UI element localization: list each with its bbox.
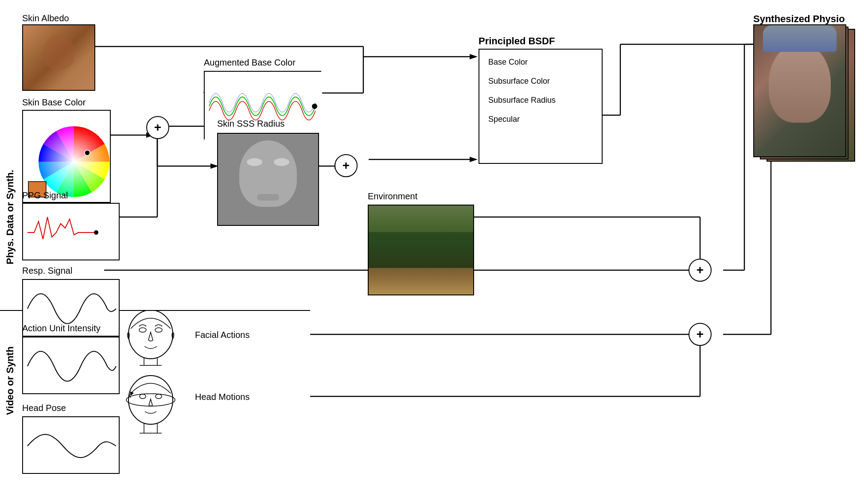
- bsdf-specular: Specular: [488, 115, 593, 124]
- plus-circle-1: +: [146, 116, 169, 139]
- skin-sss-label: Skin SSS Radius: [217, 119, 284, 129]
- skin-sss-box: [217, 133, 319, 226]
- bsdf-content: Base Color Subsurface Color Subsurface R…: [479, 50, 602, 132]
- bsdf-subsurface-radius: Subsurface Radius: [488, 96, 593, 105]
- head-motions-label: Head Motions: [195, 392, 249, 402]
- ppg-signal-label: PPG Signal: [22, 190, 68, 201]
- environment-box: [368, 205, 474, 295]
- synth-video-main: [753, 24, 846, 157]
- bsdf-subsurface-color: Subsurface Color: [488, 77, 593, 86]
- svg-point-43: [312, 104, 317, 109]
- sss-map: [218, 134, 318, 225]
- skin-albedo-label: Skin Albedo: [22, 13, 69, 23]
- plus-circle-facial: +: [689, 323, 712, 346]
- facial-actions-label: Facial Actions: [195, 330, 249, 340]
- face-silhouette: [43, 34, 74, 70]
- bsdf-base-color: Base Color: [488, 58, 593, 67]
- ppg-signal-box: [22, 203, 120, 260]
- head-pose-svg: [23, 417, 121, 475]
- svg-point-45: [139, 328, 146, 332]
- augmented-base-color-svg: [205, 72, 322, 140]
- svg-point-53: [140, 394, 146, 399]
- svg-point-40: [85, 150, 90, 155]
- action-unit-label: Action Unit Intensity: [22, 323, 101, 333]
- svg-marker-3: [470, 54, 478, 59]
- bsdf-box: Base Color Subsurface Color Subsurface R…: [479, 49, 603, 164]
- bsdf-title-label: Principled BSDF: [479, 35, 555, 47]
- head-pose-label: Head Pose: [22, 403, 66, 413]
- svg-point-54: [156, 394, 162, 399]
- video-synth-label: Video or Synth: [4, 319, 16, 443]
- video-face: [769, 43, 831, 123]
- svg-point-41: [94, 230, 98, 235]
- action-unit-svg: [23, 337, 121, 395]
- skin-albedo-image: [23, 25, 94, 90]
- head-pose-box: [22, 416, 120, 474]
- environment-label: Environment: [368, 191, 417, 202]
- sss-mouth: [257, 194, 279, 201]
- svg-point-38: [39, 126, 109, 197]
- svg-point-46: [155, 328, 162, 332]
- plus-circle-2: +: [335, 154, 358, 177]
- svg-point-44: [128, 310, 173, 359]
- plus-circle-resp: +: [689, 259, 712, 282]
- skin-base-color-label: Skin Base Color: [22, 97, 86, 108]
- skin-base-color-box: [22, 110, 111, 203]
- action-unit-box: [22, 337, 120, 394]
- environment-image: [369, 205, 473, 295]
- sky: [369, 205, 473, 232]
- augmented-base-color-label: Augmented Base Color: [204, 58, 296, 68]
- svg-marker-16: [470, 157, 478, 162]
- resp-signal-label: Resp. Signal: [22, 266, 72, 276]
- diagram-container: Phys. Data or Synth. Video or Synth Skin…: [0, 0, 864, 504]
- sss-right-eye: [274, 158, 289, 166]
- phys-data-label: Phys. Data or Synth.: [4, 133, 16, 301]
- skin-albedo-box: [22, 24, 95, 91]
- video-hat: [763, 25, 837, 52]
- sss-left-eye: [247, 158, 262, 166]
- head-motion-sketch: [124, 373, 177, 440]
- color-wheel-svg: [23, 111, 112, 204]
- augmented-base-color-box: [204, 71, 321, 140]
- facial-action-sketch: [124, 310, 177, 368]
- ppg-signal-svg: [23, 204, 121, 261]
